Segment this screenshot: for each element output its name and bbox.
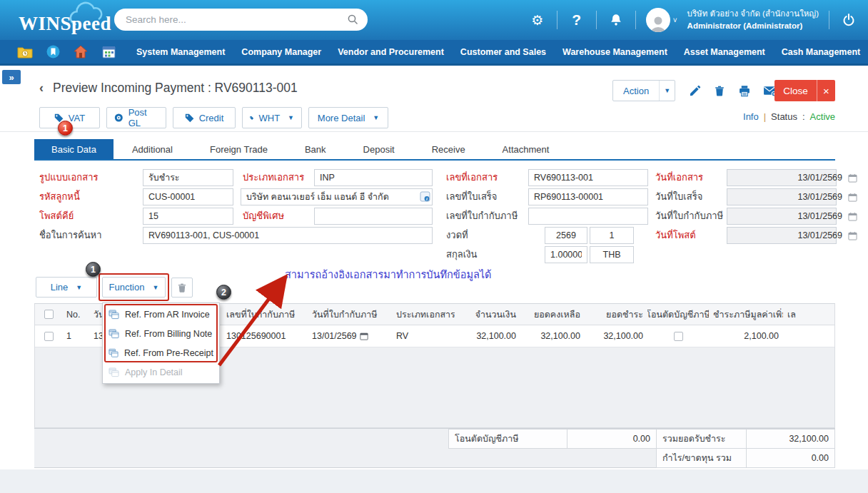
doc-date-label: วันที่เอกสาร [655,169,703,186]
menu-item-label: Ref. From AR Invoice [125,310,210,320]
bookmark-icon[interactable] [45,45,61,59]
calendar-icon[interactable] [848,231,857,240]
calendar-icon[interactable] [848,193,857,202]
user-menu[interactable]: ˅ [646,8,677,32]
nav-company-manager[interactable]: Company Manager [241,47,321,57]
tax-invoice-no-field[interactable] [528,208,648,225]
ref-document-icon [108,329,119,339]
search-input[interactable] [126,14,347,25]
currency-rate-field[interactable] [545,246,587,263]
more-detail-button-label: More Detail [318,113,365,123]
tab-foreign-trade[interactable]: Foreign Trade [191,139,286,159]
home-icon[interactable] [73,45,89,59]
nav-vendor-procurement[interactable]: Vendor and Procurement [338,47,444,57]
receipt-date-field[interactable] [727,188,837,205]
help-icon[interactable]: ? [567,11,586,29]
credit-button[interactable]: Credit [173,107,236,128]
doc-no-label: เลขที่เอกสาร [446,169,498,186]
receipt-date-input[interactable] [727,192,848,202]
calendar-icon[interactable] [848,212,857,221]
app-logo[interactable]: WINSpeed [19,7,111,36]
post-date-field[interactable] [727,227,837,244]
calendar-icon[interactable] [848,173,857,183]
calendar-icon[interactable] [101,45,116,59]
action-button-label[interactable]: Action [613,81,659,101]
recent-folder-icon[interactable] [17,45,33,59]
doc-type-field[interactable] [314,169,433,186]
currency-code-field[interactable] [590,246,634,263]
sidebar-expander[interactable]: » [2,70,21,84]
status-label: Status [771,111,797,122]
avatar[interactable] [646,8,670,32]
chevron-down-icon: ▼ [76,284,82,291]
search-bar[interactable] [114,9,368,31]
customer-code-field[interactable] [143,188,233,205]
customer-info-icon[interactable]: i [420,191,430,204]
company-name: บริษัท ตัวอย่าง จำกัด (สำนักงานใหญ่) [687,8,819,20]
close-button-label[interactable]: Close [774,80,817,101]
menu-ref-from-billing-note[interactable]: Ref. From Billing Note [103,324,219,343]
col-tax-invoice-no: เลขที่ใบกำกับภาษี [222,308,308,322]
search-icon[interactable] [347,14,359,26]
wht-button[interactable]: WHT ▼ [242,107,302,128]
receipt-date-label: วันที่ใบเสร็จ [655,188,702,205]
doc-date-input[interactable] [727,173,848,183]
col-no: No. [62,310,89,320]
menu-apply-in-detail[interactable]: Apply In Detail [103,362,219,382]
tab-attachment[interactable]: Attachment [484,139,568,159]
close-button[interactable]: Close × [774,80,835,101]
more-detail-button[interactable]: More Detail ▼ [308,107,388,128]
tab-basic-data[interactable]: Basic Data [34,139,113,159]
notifications-bell-icon[interactable] [607,11,625,29]
wht-button-label: WHT [258,113,280,123]
vat-button-label: VAT [69,113,85,123]
period-year-field[interactable] [545,227,587,244]
customer-name-field[interactable] [241,188,433,205]
totals-section: โอนตัดบัญชีภาษี 0.00 รวมยอดรับชำระ 32,10… [34,428,835,468]
doc-type-label: ประเภทเอกสาร [243,169,304,186]
nav-asset-management[interactable]: Asset Management [684,47,765,57]
period-no-field[interactable] [590,227,634,244]
menu-ref-from-ar-invoice[interactable]: Ref. From AR Invoice [103,305,219,324]
tab-bank[interactable]: Bank [286,139,345,159]
row-checkbox[interactable] [35,332,62,341]
line-button[interactable]: Line ▼ [36,277,97,298]
action-split-button[interactable]: Action ▼ [612,80,675,101]
function-button[interactable]: Function ▼ [102,277,166,298]
doc-format-field[interactable] [143,169,233,186]
line-delete-button[interactable] [171,278,193,298]
cell-tax-transfer-checkbox[interactable] [647,332,709,341]
settings-gear-icon[interactable]: ⚙ [528,11,547,29]
nav-system-management[interactable]: System Management [136,47,225,57]
tax-invoice-date-input[interactable] [727,211,848,221]
post-gl-icon [114,113,123,123]
post-key-field[interactable] [143,208,233,225]
delete-trash-icon[interactable] [710,81,729,100]
print-icon[interactable] [735,81,754,100]
doc-date-field[interactable] [727,169,837,186]
nav-cash-management[interactable]: Cash Management [782,47,860,57]
special-account-field[interactable] [314,208,433,225]
tax-invoice-date-field[interactable] [727,208,837,225]
tab-deposit[interactable]: Deposit [345,139,413,159]
tab-additional[interactable]: Additional [113,139,191,159]
info-link[interactable]: Info [743,111,759,122]
nav-customer-sales[interactable]: Customer and Sales [460,47,546,57]
status-colon: : [802,111,805,122]
calendar-icon[interactable] [360,332,368,340]
search-name-label: ชื่อในการค้นหา [39,227,101,244]
receipt-no-field[interactable] [528,188,648,205]
search-name-field[interactable] [143,227,433,244]
menu-ref-from-pre-receipt[interactable]: Ref. From Pre-Receipt [103,343,219,362]
doc-no-field[interactable] [528,169,648,186]
post-date-input[interactable] [727,230,848,240]
logout-power-icon[interactable] [839,11,858,29]
nav-warehouse-management[interactable]: Warehouse Management [562,47,667,57]
back-button[interactable]: ‹ [39,81,44,96]
post-gl-button[interactable]: Post GL [106,107,166,128]
tab-receive[interactable]: Receive [413,139,484,159]
select-all-checkbox[interactable] [35,310,62,319]
action-caret-icon[interactable]: ▼ [659,81,675,101]
edit-pencil-icon[interactable] [685,81,704,100]
close-x-icon[interactable]: × [817,80,835,101]
